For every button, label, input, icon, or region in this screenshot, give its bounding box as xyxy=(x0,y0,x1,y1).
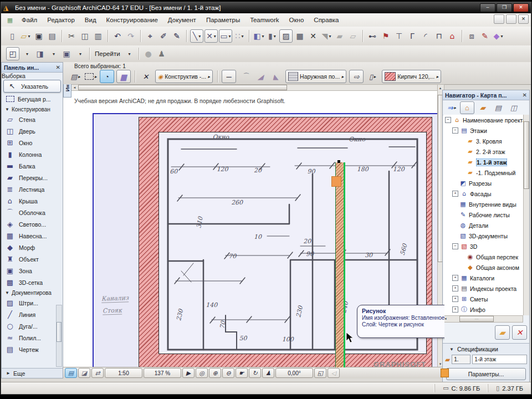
highlighter-button[interactable]: ✎ xyxy=(479,30,491,42)
tree-expander[interactable]: − xyxy=(452,127,458,134)
tree-row[interactable]: +⌂Фасады xyxy=(443,188,523,199)
walk-button[interactable]: ♟ xyxy=(156,48,168,60)
select-area-button[interactable]: ⧈ xyxy=(466,30,478,42)
layer-combo[interactable]: ◉ Конструктив -... ▸ xyxy=(155,70,213,83)
wall-direction-button[interactable]: ⇨ xyxy=(349,70,364,83)
tree-row[interactable]: ▰1. 1-й этаж xyxy=(443,157,523,167)
toolbox-more-button[interactable]: ► Еще xyxy=(2,368,63,378)
mdi-minimize-button[interactable]: – xyxy=(494,14,504,24)
tree-row[interactable]: +▦Каталоги xyxy=(443,273,523,283)
adjust-button[interactable]: ⊓ xyxy=(433,30,445,42)
go-to-dropdown[interactable]: ▾ xyxy=(123,48,135,60)
zoom-menu-button[interactable]: ▶ xyxy=(182,368,195,378)
paste-button[interactable]: ▥ xyxy=(92,30,104,42)
specifications-header[interactable]: ▼ Спецификации xyxy=(443,344,529,354)
tree-row[interactable]: −⌂Наименование проекта xyxy=(443,115,523,125)
tree-row[interactable]: ◉Общая перспек xyxy=(443,252,523,262)
trace-reference-button[interactable]: ◪ xyxy=(78,368,90,378)
tree-vertical-scrollbar[interactable] xyxy=(523,115,529,315)
navigator-close-icon[interactable]: ✕ xyxy=(523,92,527,98)
tree-horizontal-scrollbar[interactable]: ◂ ⋯ xyxy=(443,315,523,323)
tree-row[interactable]: +▤Индексы проекта xyxy=(443,283,523,294)
toolbox-item[interactable]: ⌂Крыша xyxy=(2,195,63,207)
layers-button[interactable]: ◧▾ xyxy=(253,30,265,42)
arrow-info-dropdown[interactable]: ▾ xyxy=(21,48,33,60)
element-flyout-button[interactable]: ▨▸ xyxy=(69,70,82,83)
trim-button[interactable]: ▰ xyxy=(334,30,346,42)
tree-expander[interactable]: − xyxy=(445,117,451,123)
home-story-button[interactable]: ⌂ xyxy=(446,30,458,42)
measure-button[interactable]: ▭▾ xyxy=(219,29,232,43)
toolbox-item[interactable]: ▮Колонна xyxy=(2,149,63,160)
guide-lines-button[interactable]: ╲▾ xyxy=(190,29,203,43)
go-to-button[interactable]: Перейти xyxy=(93,50,122,57)
wall-endpoint-top[interactable] xyxy=(337,160,340,163)
menu-item[interactable]: Редактор xyxy=(42,14,80,25)
toolbox-item[interactable]: ▬Балка xyxy=(2,160,63,172)
toolbox-item[interactable]: ≣Лестница xyxy=(2,183,63,195)
story-number-field[interactable]: 1. xyxy=(452,355,470,364)
toolbox-item[interactable]: ▣Зона xyxy=(2,265,63,277)
scale-button[interactable]: 1:50 xyxy=(105,368,142,378)
tree-row[interactable]: ◩Разрезы xyxy=(443,178,523,188)
toolbox-item[interactable]: ▦Навесна... xyxy=(2,230,63,242)
menu-item[interactable]: Конструирование xyxy=(101,14,163,25)
menu-item[interactable]: Файл xyxy=(17,14,42,25)
toolbox-item[interactable]: ⊞Окно xyxy=(2,137,63,149)
tree-row[interactable]: ▰-1. Подземный xyxy=(443,167,523,178)
floor-plan-area[interactable]: Канализ Стояк xyxy=(93,113,444,367)
chat-button[interactable]: ● xyxy=(142,48,155,60)
menu-item[interactable]: Документ xyxy=(163,14,201,25)
fillet-button[interactable]: ◜ xyxy=(420,30,432,42)
level-button[interactable]: ⊤ xyxy=(393,30,405,42)
toolbox-section-header[interactable]: ▼Конструирован xyxy=(2,105,63,114)
app-menu-icon[interactable]: ▦ xyxy=(4,14,16,26)
rebuild-button[interactable]: ⇄ xyxy=(91,368,104,378)
zoom-options-button[interactable]: ◎ xyxy=(196,368,208,378)
toolbox-item[interactable]: ≈Полил... xyxy=(2,332,63,344)
toolbox-scrollbar[interactable] xyxy=(56,305,62,367)
story-name-field[interactable]: 1-й этаж xyxy=(472,355,527,364)
toolbox-item[interactable]: ▤Чертеж xyxy=(2,344,63,355)
arrow-info-button[interactable]: ◰ xyxy=(6,47,19,60)
marker-button[interactable]: ⚑ xyxy=(380,30,392,42)
corner-button[interactable]: Γ xyxy=(406,30,418,42)
line-type-button[interactable]: ─ xyxy=(222,70,236,83)
menu-item[interactable]: Окно xyxy=(284,14,309,25)
zoom-in-button[interactable]: ⊕ xyxy=(209,368,221,378)
toolbox-item[interactable]: ▱Стена xyxy=(2,114,63,125)
rotation-field[interactable]: 0,00° xyxy=(275,368,313,378)
split-button[interactable]: ▱ xyxy=(347,30,359,42)
new-button[interactable]: ▯ xyxy=(6,30,18,42)
teamwork-button[interactable]: ◆▾ xyxy=(492,30,504,42)
snap-points-button[interactable]: ✕▾ xyxy=(204,29,218,43)
tree-row[interactable]: ✎Рабочие листы xyxy=(443,209,523,220)
tree-row[interactable]: −▧3D xyxy=(443,241,523,252)
save-button[interactable]: ▣ xyxy=(33,30,45,42)
polygon-wall-button[interactable]: ◣ xyxy=(269,70,283,83)
fill-combo[interactable]: Кирпич 120,... ▸ xyxy=(382,70,441,83)
tree-row[interactable]: ▰2. 2-й этаж xyxy=(443,146,523,157)
toolbox-item[interactable]: ▩3D-сетка xyxy=(2,277,63,288)
composite-combo[interactable]: Наружная по... ▸ xyxy=(285,70,346,83)
menu-item[interactable]: Параметры xyxy=(201,14,245,25)
window-dropdown[interactable]: ▾ xyxy=(74,48,86,60)
dimension-button[interactable]: ▦ xyxy=(294,30,306,42)
menu-item[interactable]: Teamwork xyxy=(245,14,284,25)
zoom-out-button[interactable]: ⊖ xyxy=(222,368,234,378)
mdi-close-button[interactable]: ✕ xyxy=(518,14,529,24)
hotlink-button[interactable]: ⊷ xyxy=(366,30,378,42)
snap-grid-button[interactable]: ∷▾ xyxy=(233,30,245,42)
geometry-flyout-button[interactable]: ▸ xyxy=(84,70,98,83)
publisher-button[interactable]: ◫ xyxy=(507,101,521,114)
toolbox-item[interactable]: ▰Перекры... xyxy=(2,172,63,183)
toolbox-section-header[interactable]: ▼Документирова xyxy=(2,288,63,297)
tree-expander[interactable]: + xyxy=(452,296,458,302)
project-map-button[interactable]: ⌂ xyxy=(460,101,474,114)
favorites-dropdown[interactable]: ▾ xyxy=(47,48,59,60)
cut-button[interactable]: ✂ xyxy=(65,30,78,42)
toolbox-item[interactable]: ⌒Оболочка xyxy=(2,207,63,218)
project-chooser-button[interactable]: ⇒▸ xyxy=(444,101,459,114)
redo-button[interactable]: ↷ xyxy=(125,30,137,42)
info-tab[interactable]: Ин xyxy=(63,84,71,98)
